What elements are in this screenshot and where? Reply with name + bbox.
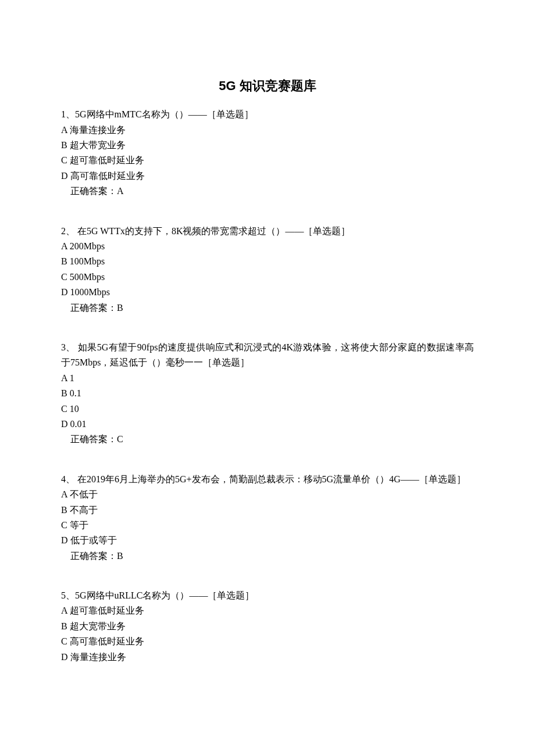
answer-text: 正确答案：B	[61, 300, 474, 316]
option-c: C 等于	[61, 518, 474, 533]
option-a: A 超可靠低时延业务	[61, 603, 474, 618]
option-b: B 100Mbps	[61, 254, 474, 269]
question-block-3: 3、 如果5G有望于90fps的速度提供响应式和沉浸式的4K游戏体验，这将使大部…	[61, 340, 474, 447]
option-c: C 10	[61, 402, 474, 417]
option-b: B 超大带宽业务	[61, 138, 474, 153]
answer-text: 正确答案：B	[61, 549, 474, 564]
option-d: D 低于或等于	[61, 533, 474, 548]
option-b: B 不高于	[61, 503, 474, 518]
option-d: D 高可靠低时延业务	[61, 169, 474, 184]
option-a: A 1	[61, 371, 474, 386]
answer-text: 正确答案：A	[61, 184, 474, 199]
option-c: C 高可靠低时延业务	[61, 634, 474, 649]
document-page: 5G 知识竞赛题库 1、5G网络中mMTC名称为（）——［单选题］ A 海量连接…	[0, 0, 535, 724]
answer-text: 正确答案：C	[61, 432, 474, 447]
question-text: 2、 在5G WTTx的支持下，8K视频的带宽需求超过（）——［单选题］	[61, 224, 474, 239]
option-b: B 0.1	[61, 386, 474, 401]
question-block-5: 5、5G网络中uRLLC名称为（）——［单选题］ A 超可靠低时延业务 B 超大…	[61, 588, 474, 665]
option-d: D 1000Mbps	[61, 285, 474, 300]
option-c: C 500Mbps	[61, 270, 474, 285]
question-block-1: 1、5G网络中mMTC名称为（）——［单选题］ A 海量连接业务 B 超大带宽业…	[61, 107, 474, 199]
option-a: A 不低于	[61, 487, 474, 502]
question-block-4: 4、 在2019年6月上海举办的5G+发布会，简勤副总裁表示：移动5G流量单价（…	[61, 472, 474, 564]
option-a: A 海量连接业务	[61, 123, 474, 138]
question-text: 4、 在2019年6月上海举办的5G+发布会，简勤副总裁表示：移动5G流量单价（…	[61, 472, 474, 487]
question-block-2: 2、 在5G WTTx的支持下，8K视频的带宽需求超过（）——［单选题］ A 2…	[61, 224, 474, 316]
question-text: 5、5G网络中uRLLC名称为（）——［单选题］	[61, 588, 474, 603]
option-b: B 超大宽带业务	[61, 619, 474, 634]
question-text: 3、 如果5G有望于90fps的速度提供响应式和沉浸式的4K游戏体验，这将使大部…	[61, 340, 474, 371]
option-c: C 超可靠低时延业务	[61, 153, 474, 168]
document-title: 5G 知识竞赛题库	[61, 76, 474, 96]
option-d: D 海量连接业务	[61, 650, 474, 665]
option-a: A 200Mbps	[61, 239, 474, 254]
option-d: D 0.01	[61, 417, 474, 432]
question-text: 1、5G网络中mMTC名称为（）——［单选题］	[61, 107, 474, 122]
